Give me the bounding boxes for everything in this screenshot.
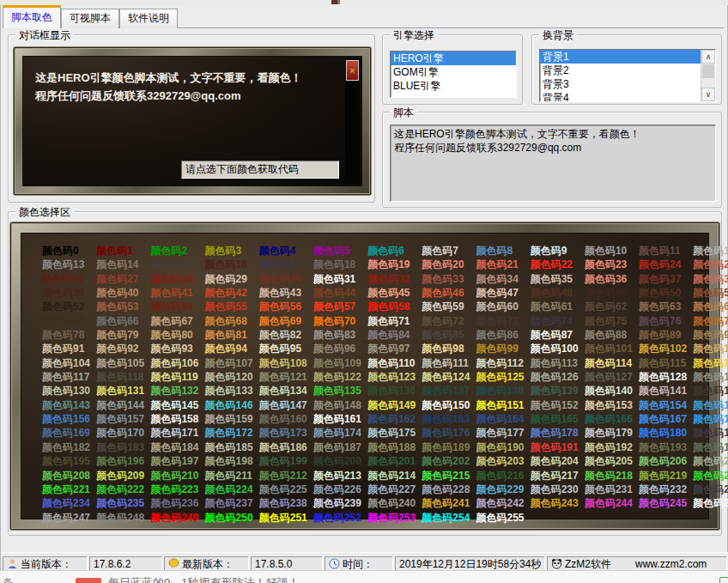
color-code-item[interactable]: 颜色码11: [639, 244, 693, 258]
color-code-item[interactable]: 颜色码1: [96, 244, 150, 258]
color-code-item[interactable]: 颜色码181: [693, 426, 728, 440]
color-code-item[interactable]: 颜色码10: [585, 244, 639, 258]
color-code-item[interactable]: 颜色码204: [531, 454, 585, 468]
list-item[interactable]: GOM引擎: [391, 65, 516, 79]
color-code-item[interactable]: 颜色码109: [313, 356, 367, 370]
color-code-item[interactable]: 颜色码186: [259, 440, 313, 454]
color-code-item[interactable]: 颜色码18: [313, 258, 367, 271]
color-code-item[interactable]: 颜色码208: [42, 469, 96, 483]
tab-1[interactable]: 可视脚本: [61, 9, 119, 28]
color-code-item[interactable]: 颜色码229: [476, 483, 531, 496]
scroll-up-icon[interactable]: ∧: [701, 50, 715, 64]
color-code-item[interactable]: 颜色码217: [531, 469, 585, 483]
color-code-item[interactable]: 颜色码51: [693, 286, 728, 300]
color-code-item[interactable]: 颜色码127: [585, 370, 639, 384]
color-code-item[interactable]: 颜色码48: [531, 286, 585, 300]
color-code-item[interactable]: 颜色码146: [205, 398, 259, 412]
color-code-item[interactable]: 颜色码209: [96, 469, 150, 483]
color-code-item[interactable]: 颜色码152: [531, 398, 585, 412]
color-code-item[interactable]: 颜色码55: [205, 300, 259, 313]
color-code-item[interactable]: 颜色码107: [205, 356, 259, 370]
color-code-item[interactable]: 颜色码57: [313, 300, 367, 313]
color-code-item[interactable]: 颜色码112: [476, 356, 531, 370]
color-code-item[interactable]: 颜色码108: [259, 356, 313, 370]
color-code-item[interactable]: 颜色码157: [96, 412, 150, 426]
color-code-item[interactable]: 颜色码187: [313, 440, 367, 454]
color-code-item[interactable]: 颜色码198: [205, 454, 259, 468]
scroll-down-icon[interactable]: ∨: [701, 88, 715, 101]
color-code-item[interactable]: 颜色码105: [96, 356, 150, 370]
color-code-item[interactable]: 颜色码92: [96, 342, 150, 355]
color-code-item[interactable]: 颜色码196: [96, 454, 150, 468]
color-code-item[interactable]: 颜色码162: [367, 412, 422, 426]
color-code-item[interactable]: 颜色码131: [96, 384, 150, 398]
color-code-item[interactable]: 颜色码93: [150, 342, 204, 355]
color-code-item[interactable]: 颜色码60: [476, 300, 531, 313]
color-code-item[interactable]: 颜色码50: [639, 286, 693, 300]
color-code-item[interactable]: 颜色码228: [422, 483, 476, 496]
color-code-item[interactable]: 颜色码190: [476, 440, 531, 454]
color-code-item[interactable]: 颜色码133: [205, 384, 259, 398]
color-code-item[interactable]: 颜色码132: [150, 384, 204, 398]
color-code-item[interactable]: 颜色码100: [531, 342, 585, 355]
color-code-item[interactable]: 颜色码17: [259, 258, 313, 271]
color-code-item[interactable]: 颜色码215: [422, 469, 476, 483]
color-code-item[interactable]: 颜色码200: [313, 454, 367, 468]
color-code-item[interactable]: 颜色码95: [259, 342, 313, 355]
color-code-item[interactable]: 颜色码248: [96, 511, 150, 525]
color-code-item[interactable]: 颜色码103: [693, 342, 728, 355]
color-code-item[interactable]: 颜色码118: [96, 370, 150, 384]
color-code-item[interactable]: 颜色码202: [422, 454, 476, 468]
color-code-item[interactable]: 颜色码183: [96, 440, 150, 454]
color-code-item[interactable]: 颜色码219: [639, 469, 693, 483]
color-code-item[interactable]: 颜色码134: [259, 384, 313, 398]
color-code-item[interactable]: 颜色码42: [205, 286, 259, 300]
color-code-item[interactable]: 颜色码24: [639, 258, 693, 271]
color-code-item[interactable]: 颜色码120: [205, 370, 259, 384]
color-code-item[interactable]: 颜色码54: [150, 300, 204, 313]
color-code-item[interactable]: 颜色码236: [150, 496, 204, 510]
color-code-item[interactable]: 颜色码245: [639, 496, 693, 510]
color-code-item[interactable]: 颜色码253: [367, 511, 422, 525]
color-code-item[interactable]: 颜色码15: [150, 258, 204, 271]
color-code-item[interactable]: 颜色码211: [205, 469, 259, 483]
color-code-item[interactable]: 颜色码97: [367, 342, 422, 355]
color-code-item[interactable]: 颜色码39: [42, 286, 96, 300]
color-code-item[interactable]: 颜色码156: [42, 412, 96, 426]
color-code-item[interactable]: 颜色码19: [367, 258, 422, 271]
color-code-item[interactable]: 颜色码61: [531, 300, 585, 313]
color-code-item[interactable]: 颜色码233: [693, 483, 728, 496]
color-code-item[interactable]: 颜色码116: [693, 356, 728, 370]
color-code-item[interactable]: 颜色码135: [313, 384, 367, 398]
color-code-item[interactable]: 颜色码20: [422, 258, 476, 271]
color-code-item[interactable]: 颜色码177: [476, 426, 531, 440]
color-code-item[interactable]: 颜色码207: [693, 454, 728, 468]
color-code-item[interactable]: 颜色码7: [422, 244, 476, 258]
color-code-item[interactable]: 颜色码40: [96, 286, 150, 300]
color-code-item[interactable]: 颜色码77: [693, 314, 728, 328]
color-code-item[interactable]: 颜色码96: [313, 342, 367, 355]
color-code-item[interactable]: 颜色码166: [585, 412, 639, 426]
color-code-item[interactable]: 颜色码212: [259, 469, 313, 483]
color-code-item[interactable]: 颜色码85: [422, 328, 476, 342]
color-code-item[interactable]: 颜色码243: [531, 496, 585, 510]
color-code-item[interactable]: 颜色码37: [639, 272, 693, 286]
color-code-item[interactable]: 颜色码81: [205, 328, 259, 342]
color-code-item[interactable]: 颜色码161: [313, 412, 367, 426]
color-code-item[interactable]: 颜色码225: [259, 483, 313, 496]
color-code-item[interactable]: 颜色码74: [531, 314, 585, 328]
ticker-text[interactable]: 每日蓝蓝的0。1秒拥有形防法！好强！: [108, 575, 299, 583]
color-code-item[interactable]: 颜色码43: [259, 286, 313, 300]
color-code-item[interactable]: 颜色码137: [422, 384, 476, 398]
color-code-item[interactable]: 颜色码213: [313, 469, 367, 483]
color-code-item[interactable]: 颜色码104: [42, 356, 96, 370]
color-code-item[interactable]: 颜色码25: [693, 258, 728, 271]
color-code-item[interactable]: 颜色码250: [205, 511, 259, 525]
color-code-item[interactable]: 颜色码114: [585, 356, 639, 370]
color-code-item[interactable]: 颜色码46: [422, 286, 476, 300]
color-code-item[interactable]: 颜色码56: [259, 300, 313, 313]
color-code-item[interactable]: 颜色码36: [585, 272, 639, 286]
color-code-item[interactable]: 颜色码148: [313, 398, 367, 412]
color-code-item[interactable]: 颜色码254: [422, 511, 476, 525]
color-code-item[interactable]: 颜色码29: [205, 272, 259, 286]
